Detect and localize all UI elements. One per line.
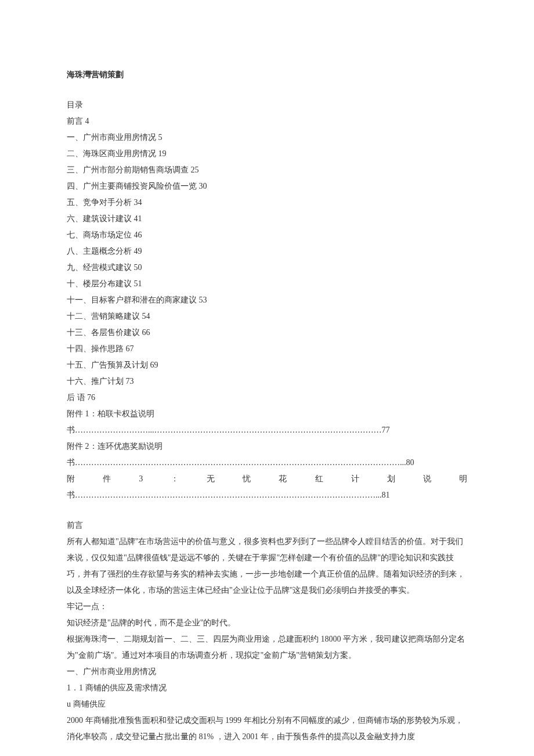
- toc-item: 六、建筑设计建议 41: [67, 211, 467, 227]
- appendix-3-line1: 附件3：无忧花红计划说明: [67, 471, 467, 487]
- toc-list: 前言 4一、广州市商业用房情况 5二、海珠区商业用房情况 19三、广州市部分前期…: [67, 113, 467, 406]
- toc-item: 九、经营模式建议 50: [67, 260, 467, 276]
- appendix-3-char: 计: [351, 471, 359, 487]
- toc-item: 十六、推广计划 73: [67, 373, 467, 390]
- toc-item: 后 语 76: [67, 390, 467, 406]
- appendix-3-char: 明: [459, 471, 467, 487]
- toc-item: 十、楼层分布建议 51: [67, 276, 467, 292]
- toc-item: 二、海珠区商业用房情况 19: [67, 146, 467, 162]
- preface-para-3: 知识经济是"品牌的时代，而不是企业"的时代。: [67, 615, 467, 631]
- appendix-item: 附件 2：连环优惠奖励说明书………………………………………………………………………: [67, 438, 467, 471]
- toc-item: 八、主题概念分析 49: [67, 243, 467, 260]
- toc-item: 五、竞争对手分析 34: [67, 195, 467, 211]
- toc-item: 三、广州市部分前期销售商场调查 25: [67, 162, 467, 178]
- toc-item: 十二、营销策略建议 54: [67, 308, 467, 325]
- appendix-3-char: 红: [315, 471, 323, 487]
- toc-item: 七、商场市场定位 46: [67, 227, 467, 243]
- appendix-item: 附件 1：柏联卡权益说明书………………………...…………………………………………: [67, 406, 467, 438]
- appendix-3-char: 附: [67, 471, 75, 487]
- appendix-3-char: 忧: [243, 471, 251, 487]
- section-1-bullet: u 商铺供应: [67, 696, 467, 712]
- section-1-para: 2000 年商铺批准预售面积和登记成交面积与 1999 年相比分别有不同幅度的减…: [67, 712, 467, 745]
- section-1-heading: 一、广州市商业用房情况: [67, 664, 467, 680]
- document-title: 海珠灣营销策劃: [67, 67, 467, 83]
- section-1-sub: 1．1 商铺的供应及需求情况: [67, 680, 467, 696]
- appendix-3-char: 说: [423, 471, 431, 487]
- toc-header: 目录: [67, 97, 467, 113]
- toc-item: 十五、广告预算及计划 69: [67, 357, 467, 373]
- preface-heading: 前言: [67, 517, 467, 534]
- preface-para-4: 根据海珠湾一、二期规划首一、二、三、四层为商业用途，总建面积约 18000 平方…: [67, 631, 467, 664]
- appendix-3-char: 无: [207, 471, 215, 487]
- appendix-3-char: 3: [139, 471, 143, 487]
- appendix-3-char: 划: [387, 471, 395, 487]
- appendix-list: 附件 1：柏联卡权益说明书………………………...…………………………………………: [67, 406, 467, 471]
- toc-item: 四、广州主要商铺投资风险价值一览 30: [67, 178, 467, 195]
- toc-item: 前言 4: [67, 113, 467, 129]
- appendix-3-char: 件: [103, 471, 111, 487]
- toc-item: 十一、目标客户群和潜在的商家建议 53: [67, 292, 467, 308]
- preface-para-2: 牢记一点：: [67, 599, 467, 615]
- toc-item: 一、广州市商业用房情况 5: [67, 129, 467, 146]
- preface-para-1: 所有人都知道"品牌"在市场营运中的价值与意义，很多资料也罗列到了一些品牌令人瞠目…: [67, 534, 467, 599]
- toc-item: 十三、各层售价建议 66: [67, 325, 467, 341]
- appendix-3-line2: 书…………………………………………………………………………………………………..…: [67, 487, 467, 503]
- appendix-3-char: 花: [279, 471, 287, 487]
- toc-item: 十四、操作思路 67: [67, 341, 467, 357]
- appendix-3-char: ：: [171, 471, 179, 487]
